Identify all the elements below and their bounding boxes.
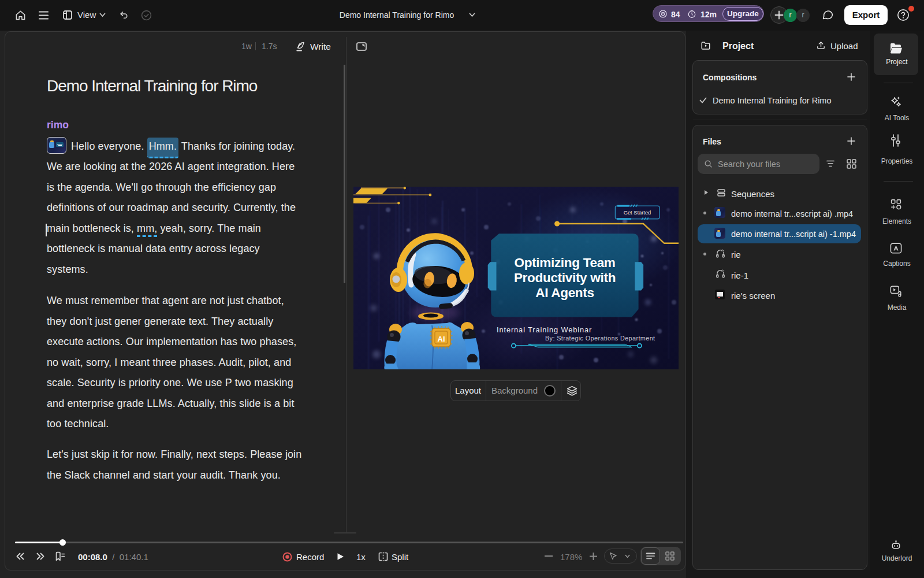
svg-text:Productivity with: Productivity with <box>514 271 616 285</box>
svg-text:Optimizing Team: Optimizing Team <box>514 255 615 270</box>
svg-text:By: Strategic Operations Depar: By: Strategic Operations Department <box>545 335 655 342</box>
svg-text:Internal Training Webinar: Internal Training Webinar <box>497 325 592 334</box>
svg-text:AI Agents: AI Agents <box>535 286 594 300</box>
svg-text:Get Started: Get Started <box>624 210 651 216</box>
svg-text:AI: AI <box>438 335 445 343</box>
